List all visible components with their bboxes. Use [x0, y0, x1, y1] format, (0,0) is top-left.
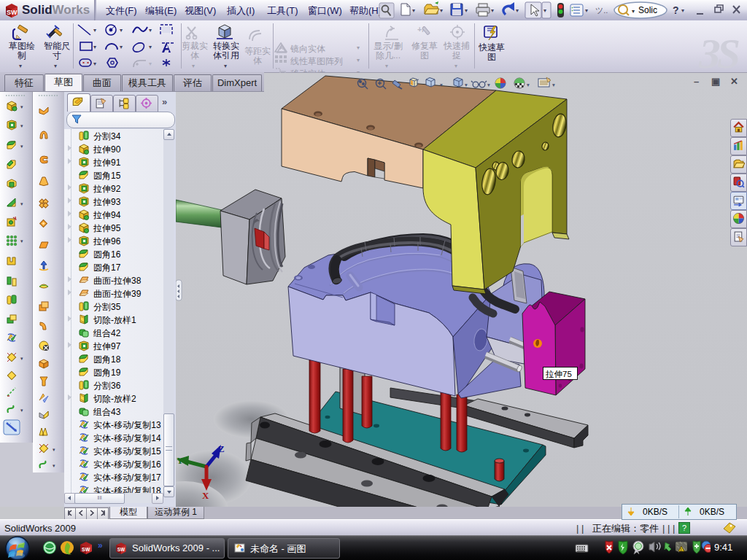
svg-text:!: !	[681, 548, 682, 552]
svg-text:SW: SW	[117, 548, 125, 553]
svg-text:SW: SW	[7, 9, 18, 16]
svg-text:▾: ▾	[527, 82, 530, 88]
svg-text:▾: ▾	[465, 7, 468, 14]
svg-text:▾: ▾	[20, 104, 23, 109]
svg-text:▾: ▾	[149, 44, 152, 50]
svg-text:▾: ▾	[120, 27, 123, 34]
svg-text:▾: ▾	[516, 7, 519, 14]
svg-text:▾: ▾	[465, 82, 468, 88]
svg-text:▾: ▾	[53, 463, 55, 468]
svg-text:拉伸75: 拉伸75	[545, 370, 572, 378]
svg-text:▾: ▾	[585, 7, 588, 14]
svg-text:▾: ▾	[20, 123, 23, 128]
svg-text:▾: ▾	[93, 61, 96, 67]
svg-text:»: »	[98, 540, 103, 551]
svg-text:▾: ▾	[149, 61, 152, 67]
svg-text:▾: ▾	[552, 82, 555, 88]
svg-text:▾: ▾	[93, 44, 96, 50]
svg-text:▾: ▾	[149, 27, 152, 34]
svg-text:▾: ▾	[412, 7, 415, 14]
svg-text:▾: ▾	[487, 82, 490, 88]
svg-text:?: ?	[673, 4, 679, 16]
svg-text:▾: ▾	[93, 27, 96, 34]
svg-text:▾: ▾	[20, 201, 23, 206]
svg-text:▾: ▾	[53, 447, 55, 452]
svg-text:ツ..: ツ..	[595, 6, 608, 15]
svg-text:▾: ▾	[681, 7, 684, 14]
svg-text:▾: ▾	[491, 7, 494, 14]
svg-text:▾: ▾	[20, 144, 23, 149]
svg-text:▾: ▾	[20, 238, 23, 244]
svg-text:X: X	[202, 490, 209, 501]
svg-text:Solic: Solic	[638, 5, 657, 15]
svg-text:Y: Y	[177, 455, 184, 466]
svg-text:▾: ▾	[440, 82, 443, 88]
svg-text:▾: ▾	[20, 408, 23, 413]
svg-text:▾: ▾	[20, 356, 23, 361]
svg-text:▾: ▾	[120, 44, 123, 50]
svg-text:Z: Z	[218, 443, 225, 454]
svg-text:▾: ▾	[440, 7, 443, 14]
svg-text:▾: ▾	[543, 7, 546, 14]
svg-text:SW: SW	[82, 547, 90, 552]
svg-text:▾: ▾	[632, 8, 635, 15]
